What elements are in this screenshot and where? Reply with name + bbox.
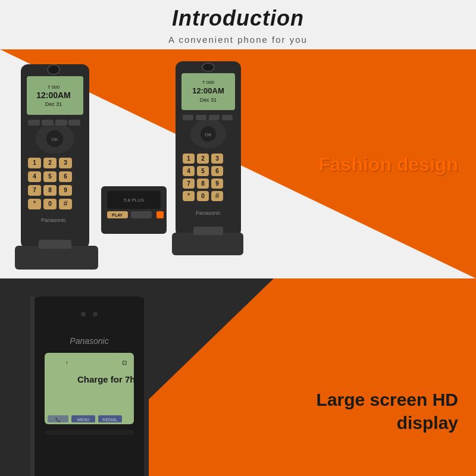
svg-rect-12 bbox=[68, 120, 80, 126]
svg-point-52 bbox=[202, 63, 214, 71]
svg-text:T 000: T 000 bbox=[202, 80, 215, 85]
svg-text:MENU: MENU bbox=[77, 418, 90, 422]
svg-rect-11 bbox=[55, 120, 67, 126]
svg-text:3: 3 bbox=[215, 155, 219, 162]
svg-text:T 000: T 000 bbox=[48, 84, 60, 90]
svg-text:*: * bbox=[187, 192, 190, 200]
svg-rect-45 bbox=[156, 211, 164, 218]
phones-image: T 000 12:00AM Dec 31 OK 1 2 3 bbox=[9, 55, 265, 273]
svg-text:1: 1 bbox=[187, 155, 190, 162]
svg-text:Dec 31: Dec 31 bbox=[200, 97, 217, 103]
svg-rect-59 bbox=[222, 115, 233, 120]
svg-rect-39 bbox=[39, 240, 71, 249]
svg-text:2: 2 bbox=[48, 159, 52, 166]
svg-text:OK: OK bbox=[205, 132, 212, 137]
phones-container: T 000 12:00AM Dec 31 OK 1 2 3 bbox=[0, 49, 274, 278]
header-subtitle: A convenient phone for you bbox=[0, 35, 476, 45]
svg-text:8: 8 bbox=[201, 180, 205, 187]
phone-closeup-image: Panasonic ↑ ⊡ Charge for 7h 📞 MENU REDIA… bbox=[12, 290, 202, 476]
svg-text:*: * bbox=[33, 199, 36, 208]
svg-text:4: 4 bbox=[33, 173, 36, 180]
svg-rect-57 bbox=[196, 115, 206, 120]
svg-point-90 bbox=[81, 312, 86, 317]
svg-text:Dec 31: Dec 31 bbox=[45, 101, 62, 107]
svg-text:Panasonic: Panasonic bbox=[196, 210, 221, 216]
svg-text:Panasonic: Panasonic bbox=[41, 217, 67, 223]
svg-text:8: 8 bbox=[48, 187, 52, 193]
svg-text:Panasonic: Panasonic bbox=[70, 336, 108, 346]
svg-text:5: 5 bbox=[201, 168, 205, 174]
svg-text:1: 1 bbox=[33, 159, 36, 166]
svg-text:12:00AM: 12:00AM bbox=[192, 86, 224, 95]
svg-rect-10 bbox=[42, 120, 54, 126]
svg-text:12:00AM: 12:00AM bbox=[36, 90, 71, 100]
svg-text:4: 4 bbox=[187, 168, 190, 174]
svg-text:6: 6 bbox=[215, 168, 219, 174]
svg-rect-86 bbox=[193, 227, 223, 235]
svg-rect-56 bbox=[183, 115, 193, 120]
fashion-design-label: Fashion design bbox=[318, 152, 458, 175]
svg-text:9: 9 bbox=[64, 187, 67, 193]
svg-text:📞: 📞 bbox=[55, 417, 61, 422]
svg-rect-88 bbox=[30, 296, 35, 476]
svg-text:#: # bbox=[215, 192, 220, 200]
svg-rect-93 bbox=[45, 353, 134, 424]
svg-text:PLAY: PLAY bbox=[112, 213, 123, 217]
large-screen-section: Panasonic ↑ ⊡ Charge for 7h 📞 MENU REDIA… bbox=[0, 278, 476, 476]
svg-rect-89 bbox=[144, 296, 149, 476]
svg-rect-85 bbox=[172, 233, 243, 255]
large-screen-label: Large screen HD display bbox=[317, 388, 458, 434]
svg-point-5 bbox=[48, 65, 60, 74]
svg-text:⊡: ⊡ bbox=[122, 359, 127, 366]
svg-text:5.8 PLUS: 5.8 PLUS bbox=[124, 198, 144, 203]
svg-text:5: 5 bbox=[48, 173, 52, 180]
header-section: Introduction A convenient phone for you bbox=[0, 0, 476, 49]
svg-rect-38 bbox=[15, 246, 98, 270]
svg-text:Charge for 7h: Charge for 7h bbox=[77, 374, 136, 384]
svg-text:0: 0 bbox=[48, 201, 52, 207]
svg-text:2: 2 bbox=[201, 155, 205, 162]
svg-text:7: 7 bbox=[187, 180, 190, 187]
svg-rect-58 bbox=[209, 115, 220, 120]
svg-text:OK: OK bbox=[51, 137, 58, 142]
page-title: Introduction bbox=[0, 6, 476, 31]
svg-rect-103 bbox=[45, 430, 134, 435]
svg-text:0: 0 bbox=[201, 193, 205, 199]
svg-text:3: 3 bbox=[64, 159, 67, 166]
fashion-section: T 000 12:00AM Dec 31 OK 1 2 3 bbox=[0, 49, 476, 278]
svg-text:9: 9 bbox=[215, 180, 219, 187]
svg-text:REDIAL: REDIAL bbox=[102, 418, 117, 422]
svg-text:6: 6 bbox=[64, 173, 67, 180]
svg-point-91 bbox=[93, 312, 98, 317]
phone-closeup-container: Panasonic ↑ ⊡ Charge for 7h 📞 MENU REDIA… bbox=[12, 290, 202, 476]
svg-text:7: 7 bbox=[33, 187, 36, 193]
svg-rect-44 bbox=[131, 211, 152, 218]
svg-text:↑: ↑ bbox=[65, 359, 68, 366]
svg-text:#: # bbox=[64, 199, 68, 208]
svg-rect-9 bbox=[28, 120, 40, 126]
